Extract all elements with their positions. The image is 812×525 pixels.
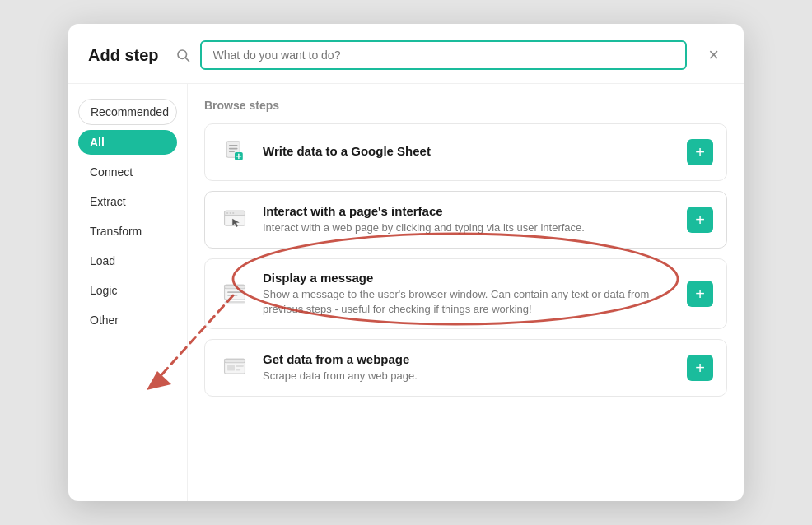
svg-rect-22 <box>227 365 235 371</box>
modal-header: Add step × <box>68 24 744 84</box>
svg-point-12 <box>230 212 231 214</box>
svg-point-13 <box>232 212 234 214</box>
step-card-interact-page[interactable]: Interact with a page's interface Interac… <box>204 191 727 249</box>
search-input[interactable] <box>200 40 688 70</box>
svg-rect-19 <box>225 301 245 304</box>
step-info-google-sheet: Write data to a Google Sheet <box>263 144 675 160</box>
sidebar-item-all[interactable]: All <box>78 130 177 155</box>
close-button[interactable]: × <box>703 44 724 66</box>
svg-rect-24 <box>236 369 240 371</box>
step-desc-interact-page: Interact with a web page by clicking and… <box>263 221 675 235</box>
modal-title: Add step <box>88 46 159 65</box>
step-info-display-message: Display a message Show a message to the … <box>263 271 675 317</box>
add-button-google-sheet[interactable]: + <box>687 139 713 165</box>
svg-rect-18 <box>227 295 237 296</box>
modal-body: Recommended All Connect Extract Transfor… <box>68 84 744 501</box>
modal: Add step × Recommended All Connect Extra… <box>68 24 744 501</box>
step-name-display-message: Display a message <box>263 271 675 285</box>
sidebar-item-recommended[interactable]: Recommended <box>78 99 177 125</box>
svg-rect-16 <box>225 286 245 289</box>
svg-rect-5 <box>229 151 235 152</box>
sidebar-item-load[interactable]: Load <box>78 249 177 273</box>
interact-page-icon <box>218 203 251 236</box>
step-card-google-sheet[interactable]: Write data to a Google Sheet + <box>204 123 727 181</box>
step-name-interact-page: Interact with a page's interface <box>263 204 675 218</box>
step-info-interact-page: Interact with a page's interface Interac… <box>263 204 675 235</box>
modal-overlay: Add step × Recommended All Connect Extra… <box>0 0 812 525</box>
browse-steps-title: Browse steps <box>204 99 727 112</box>
sidebar-item-other[interactable]: Other <box>78 308 177 332</box>
sidebar-item-logic[interactable]: Logic <box>78 278 177 303</box>
step-name-google-sheet: Write data to a Google Sheet <box>263 144 675 158</box>
step-card-display-message[interactable]: Display a message Show a message to the … <box>204 258 727 329</box>
svg-line-1 <box>185 58 189 61</box>
sidebar-item-transform[interactable]: Transform <box>78 219 177 244</box>
step-card-get-webpage[interactable]: Get data from a webpage Scrape data from… <box>204 339 727 397</box>
sidebar-item-connect[interactable]: Connect <box>78 160 177 184</box>
step-desc-display-message: Show a message to the user's browser win… <box>263 287 675 317</box>
add-button-get-webpage[interactable]: + <box>687 355 713 381</box>
google-sheet-icon <box>218 136 251 169</box>
sidebar: Recommended All Connect Extract Transfor… <box>68 84 188 501</box>
display-message-icon <box>218 277 251 310</box>
svg-rect-17 <box>227 292 242 294</box>
add-button-interact-page[interactable]: + <box>687 207 713 233</box>
main-content: Browse steps <box>188 84 744 501</box>
get-webpage-icon <box>218 351 251 384</box>
search-icon <box>175 48 190 63</box>
step-name-get-webpage: Get data from a webpage <box>263 352 675 366</box>
step-info-get-webpage: Get data from a webpage Scrape data from… <box>263 352 675 383</box>
svg-point-11 <box>226 212 228 214</box>
svg-rect-23 <box>236 365 244 368</box>
svg-rect-3 <box>229 145 238 146</box>
step-desc-get-webpage: Scrape data from any web page. <box>263 369 675 383</box>
svg-rect-4 <box>229 148 238 150</box>
svg-rect-21 <box>225 360 245 363</box>
add-button-display-message[interactable]: + <box>687 281 713 307</box>
sidebar-item-extract[interactable]: Extract <box>78 189 177 214</box>
